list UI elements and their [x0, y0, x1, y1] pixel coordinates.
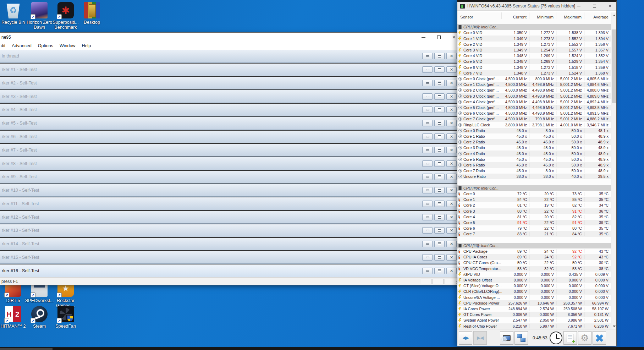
remote-monitoring-button[interactable]: [514, 331, 528, 345]
close-button[interactable]: ×: [446, 227, 457, 234]
sensor-row[interactable]: iGPU VID 0.000 V 0.000 V 0.435 V 0.009 V: [457, 272, 611, 277]
sensor-row[interactable]: Core 2 VID 1.349 V 1.273 V 1.552 V 1.356…: [457, 42, 611, 47]
sensor-row[interactable]: Core 5 91 °C 22 °C 91 °C 39 °C: [457, 220, 611, 225]
restore-button[interactable]: [434, 214, 445, 220]
scrollbar-thumb[interactable]: [612, 29, 616, 103]
mdi-worker-strip[interactable]: rker #9 - Self-Test ×: [0, 170, 461, 184]
sensor-row[interactable]: Core 2 81 °C 19 °C 82 °C 34 °C: [457, 202, 611, 208]
minimize-button[interactable]: [422, 201, 433, 207]
close-button[interactable]: ×: [446, 147, 457, 153]
restore-button[interactable]: [434, 147, 445, 153]
sensor-row[interactable]: Core 7 83 °C 21 °C 84 °C 35 °C: [457, 231, 611, 237]
mdi-worker-strip[interactable]: rker #14 - Self-Test ×: [0, 237, 461, 251]
close-button[interactable]: ×: [446, 66, 457, 73]
vertical-scrollbar[interactable]: [611, 12, 616, 329]
maximize-button[interactable]: [591, 5, 597, 8]
menu-item-advanced[interactable]: Advanced: [9, 42, 35, 49]
mdi-worker-strip[interactable]: rker #1 - Self-Test ×: [0, 63, 461, 76]
minimize-button[interactable]: [422, 241, 433, 247]
sensor-row[interactable]: Uncore Ratio 38.0 x 38.0 x 40.0 x 39.5 x: [457, 174, 611, 179]
sensor-row[interactable]: GT Cores Power 0.006 W 0.000 W 8.356 W 0…: [457, 312, 611, 317]
desktop-icon-hitman-2[interactable]: H2↗HITMAN™ 2: [0, 306, 26, 329]
close-button[interactable]: ×: [446, 268, 457, 274]
minimize-button[interactable]: [422, 160, 433, 167]
mdi-worker-strip[interactable]: rker #5 - Self-Test ×: [0, 116, 461, 130]
minimize-button[interactable]: [422, 133, 433, 140]
sensor-row[interactable]: Core 1 Clock (perf ... 4,500.0 MHz 4,498…: [457, 82, 611, 87]
minimize-button[interactable]: [422, 106, 433, 113]
minimize-button[interactable]: [422, 120, 433, 126]
sensor-row[interactable]: Core 4 Clock (perf ... 4,500.0 MHz 4,498…: [457, 99, 611, 105]
taskbar-sliver[interactable]: [0, 347, 644, 350]
sensor-row[interactable]: Core 7 Ratio 45.0 x 8.0 x 50.0 x 48.9 x: [457, 168, 611, 174]
sensor-row[interactable]: Core 5 Clock (perf ... 4,500.0 MHz 4,498…: [457, 105, 611, 110]
sensor-row[interactable]: Core 3 88 °C 22 °C 91 °C 36 °C: [457, 208, 611, 214]
close-button[interactable]: ×: [446, 214, 457, 220]
sensor-row[interactable]: CPU IA Cores 89 °C 24 °C 92 °C 43 °C: [457, 254, 611, 260]
menu-item-options[interactable]: Options: [35, 42, 56, 49]
desktop-icon-steam[interactable]: ↗Steam: [26, 306, 53, 329]
restore-button[interactable]: [434, 133, 445, 140]
restore-button[interactable]: [434, 80, 445, 86]
minimize-button[interactable]: [422, 254, 433, 261]
cycle-values-button[interactable]: ◀▶: [459, 331, 472, 345]
close-button[interactable]: ×: [446, 174, 457, 180]
close-button[interactable]: ×: [607, 5, 613, 8]
restore-button[interactable]: [434, 227, 445, 234]
sensor-row[interactable]: Core 0 72 °C 20 °C 73 °C 35 °C: [457, 191, 611, 197]
minimize-button[interactable]: [576, 6, 582, 6]
sensor-section-row[interactable]: CPU [#0]: Intel Cor...: [457, 185, 611, 191]
desktop-icon-superposition-benchmark[interactable]: ✱↗Superpositi... Benchmark: [53, 2, 79, 30]
sensor-row[interactable]: CPU GT Cores (Gra... 50 °C 22 °C 50 °C 3…: [457, 260, 611, 266]
minimize-button[interactable]: [422, 80, 433, 86]
minimize-button[interactable]: [422, 53, 433, 59]
column-header-current[interactable]: Current: [502, 12, 529, 19]
sensor-row[interactable]: Core 7 VID 1.348 V 1.273 V 1.524 V 1.368…: [457, 70, 611, 76]
sensor-row[interactable]: Core 4 VID 1.348 V 1.269 V 1.524 V 1.352…: [457, 53, 611, 59]
scroll-down-button[interactable]: [611, 323, 617, 329]
restore-button[interactable]: [434, 268, 445, 274]
clock-icon[interactable]: [550, 332, 562, 344]
hwinfo-titlebar[interactable]: HWiNFO64 v6.43-4385 Sensor Status [75 va…: [457, 2, 616, 11]
sensor-row[interactable]: Ring/LLC Clock 3,800.0 MHz 3,798.1 MHz 4…: [457, 122, 611, 127]
close-sensors-button[interactable]: [593, 331, 606, 345]
restore-button[interactable]: [434, 187, 445, 193]
sensor-row[interactable]: IA Cores Power 248.894 W 2.574 W 259.508…: [457, 306, 611, 312]
minimize-button[interactable]: [416, 33, 431, 42]
maximize-button[interactable]: [431, 33, 446, 42]
sensor-row[interactable]: Core 2 Ratio 45.0 x 45.0 x 50.0 x 48.9 x: [457, 139, 611, 145]
minimize-button[interactable]: [422, 66, 433, 73]
close-button[interactable]: ×: [446, 160, 457, 167]
close-button[interactable]: ×: [446, 241, 457, 247]
mdi-worker-strip[interactable]: rker #16 - Self-Test ×: [0, 264, 461, 277]
close-button[interactable]: ×: [446, 133, 457, 140]
sensor-row[interactable]: Core 4 81 °C 20 °C 82 °C 35 °C: [457, 214, 611, 220]
close-button[interactable]: ×: [446, 106, 457, 113]
menu-item-window[interactable]: Window: [56, 42, 78, 49]
mdi-worker-strip[interactable]: rker #13 - Self-Test ×: [0, 224, 461, 237]
menu-item-help[interactable]: Help: [78, 42, 94, 49]
restore-button[interactable]: [434, 53, 445, 59]
sensor-row[interactable]: Core 6 79 °C 22 °C 80 °C 35 °C: [457, 225, 611, 231]
close-button[interactable]: ×: [446, 120, 457, 126]
sensor-row[interactable]: Core 6 Ratio 45.0 x 45.0 x 50.0 x 48.9 x: [457, 162, 611, 168]
prime95-titlebar[interactable]: ne95 ×: [0, 33, 462, 42]
restore-button[interactable]: [434, 254, 445, 261]
mdi-worker-strip[interactable]: in thread ×: [0, 50, 461, 63]
sensor-row[interactable]: CPU Package Power 257.626 W 10.646 W 268…: [457, 300, 611, 306]
sensor-row[interactable]: System Agent Power 2.547 W 2.050 W 3.986…: [457, 317, 611, 323]
restore-button[interactable]: [434, 66, 445, 73]
column-header-minimum[interactable]: Minimum: [529, 12, 556, 19]
restore-button[interactable]: [434, 241, 445, 247]
mdi-worker-strip[interactable]: rker #8 - Self-Test ×: [0, 157, 461, 170]
mdi-worker-strip[interactable]: rker #3 - Self-Test ×: [0, 89, 461, 103]
sensor-row[interactable]: Core 5 Ratio 45.0 x 45.0 x 50.0 x 48.9 x: [457, 157, 611, 162]
column-header-sensor[interactable]: Sensor: [457, 12, 502, 19]
sensor-row[interactable]: Core 1 Ratio 45.0 x 45.0 x 50.0 x 48.9 x: [457, 133, 611, 139]
column-header-average[interactable]: Average: [584, 12, 611, 19]
sensor-section-row[interactable]: CPU [#0]: Intel Cor...: [457, 243, 611, 248]
mdi-worker-strip[interactable]: rker #2 - Self-Test ×: [0, 76, 461, 90]
close-button[interactable]: ×: [446, 201, 457, 207]
sensor-row[interactable]: Core 6 Clock (perf ... 4,500.0 MHz 4,498…: [457, 110, 611, 116]
mdi-worker-strip[interactable]: rker #15 - Self-Test ×: [0, 250, 461, 264]
